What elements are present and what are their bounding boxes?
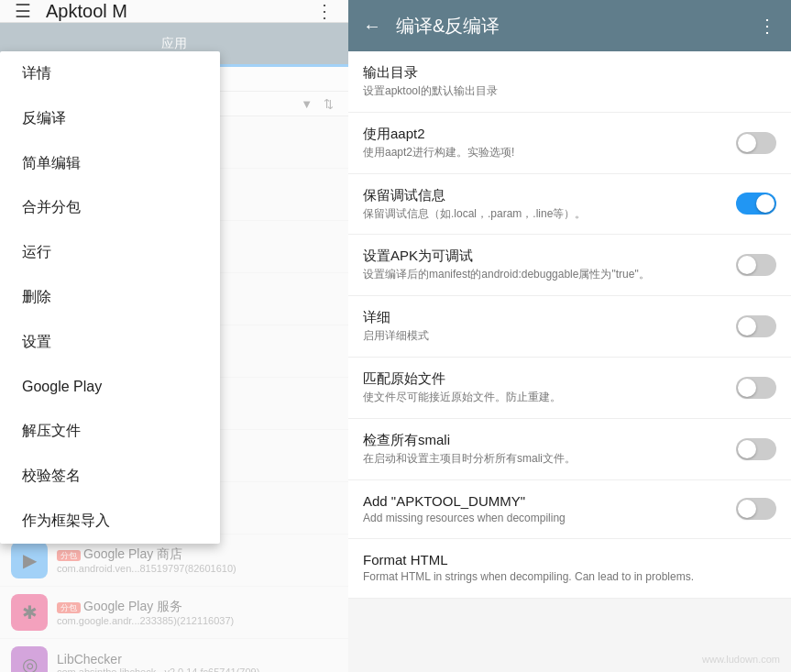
settings-item-subtitle: Format HTML in strings when decompiling.…: [363, 569, 776, 585]
list-item-libchecker[interactable]: ◎ LibChecker com.absinthe.libcheck...v2.…: [0, 639, 348, 672]
settings-item-verbose: 详细 启用详细模式: [348, 296, 791, 358]
dropdown-item-1[interactable]: 反编译: [0, 96, 220, 141]
badge: 分包: [57, 602, 81, 613]
toggle-debuggable[interactable]: [736, 254, 776, 276]
settings-item-title: Format HTML: [363, 552, 776, 567]
dropdown-item-10[interactable]: 作为框架导入: [0, 499, 220, 544]
settings-item-text: 设置APK为可调试 设置编译后的manifest的android:debugga…: [363, 248, 736, 282]
list-item-google-play-services[interactable]: ✱ 分包Google Play 服务 com.google.andr...233…: [0, 587, 348, 639]
dropdown-item-3[interactable]: 合并分包: [0, 185, 220, 230]
settings-item-title: 使用aapt2: [363, 126, 736, 143]
right-more-button[interactable]: ⋮: [758, 15, 776, 37]
app-name: 分包Google Play 商店: [57, 546, 337, 563]
settings-item-title: 保留调试信息: [363, 187, 736, 204]
settings-item-debuggable: 设置APK为可调试 设置编译后的manifest的android:debugga…: [348, 235, 791, 296]
toggle-knob: [738, 500, 756, 518]
settings-item-subtitle: 设置编译后的manifest的android:debuggable属性为"tru…: [363, 267, 736, 282]
settings-item-text: 输出目录 设置apktool的默认输出目录: [363, 64, 776, 99]
toggle-knob: [738, 256, 756, 274]
settings-item-text: 检查所有smali 在启动和设置主项目时分析所有smali文件。: [363, 432, 736, 467]
left-more-button[interactable]: ⋮: [315, 0, 334, 22]
app-package: com.google.andr...233385)(212116037): [57, 615, 337, 626]
settings-item-apktool-dummy: Add "APKTOOL_DUMMY" Add missing resource…: [348, 480, 791, 540]
toggle-knob: [756, 194, 775, 213]
hamburger-icon[interactable]: ☰: [15, 0, 31, 22]
app-name: LibChecker: [57, 652, 337, 666]
dropdown-item-7[interactable]: Google Play: [0, 365, 220, 410]
settings-list: 输出目录 设置apktool的默认输出目录 使用aapt2 使用aapt2进行构…: [348, 51, 791, 672]
toggle-aapt2[interactable]: [736, 132, 776, 154]
settings-item-subtitle: 在启动和设置主项目时分析所有smali文件。: [363, 451, 736, 467]
settings-item-title: 详细: [363, 309, 736, 326]
settings-item-output-dir: 输出目录 设置apktool的默认输出目录: [348, 51, 791, 113]
toggle-verbose[interactable]: [736, 315, 776, 337]
settings-item-subtitle: 设置apktool的默认输出目录: [363, 83, 776, 99]
toggle-knob: [738, 317, 756, 336]
app-info: 分包Google Play 商店 com.android.ven...81519…: [57, 546, 337, 574]
dropdown-item-4[interactable]: 运行: [0, 230, 220, 275]
toggle-apktool-dummy[interactable]: [736, 498, 776, 520]
google-play-services-icon: ✱: [11, 594, 48, 631]
settings-item-subtitle: 保留调试信息（如.local，.param，.line等）。: [363, 206, 736, 222]
app-info: 分包Google Play 服务 com.google.andr...23338…: [57, 599, 337, 626]
settings-item-format-html: Format HTML Format HTML in strings when …: [348, 539, 791, 599]
settings-item-title: 输出目录: [363, 64, 776, 82]
settings-item-subtitle: 启用详细模式: [363, 328, 736, 344]
right-panel: ← 编译&反编译 ⋮ 输出目录 设置apktool的默认输出目录 使用aapt2…: [348, 0, 791, 672]
settings-item-text: 详细 启用详细模式: [363, 309, 736, 344]
right-header: ← 编译&反编译 ⋮: [348, 0, 791, 51]
settings-item-text: Add "APKTOOL_DUMMY" Add missing resource…: [363, 493, 736, 526]
dropdown-item-8[interactable]: 解压文件: [0, 409, 220, 454]
filter-icons: ▼ ⇅: [301, 97, 334, 111]
toggle-knob: [738, 440, 756, 458]
toggle-match-original[interactable]: [736, 377, 776, 399]
filter-dropdown-icon[interactable]: ▼: [301, 97, 313, 111]
settings-item-title: 匹配原始文件: [363, 370, 736, 388]
settings-item-text: 使用aapt2 使用aapt2进行构建。实验选项!: [363, 126, 736, 160]
left-panel: ☰ Apktool M ⋮ 详情反编译简单编辑合并分包运行删除设置Google …: [0, 0, 348, 672]
settings-item-title: 设置APK为可调试: [363, 248, 736, 265]
settings-item-text: 匹配原始文件 使文件尽可能接近原始文件。防止重建。: [363, 370, 736, 405]
settings-item-text: Format HTML Format HTML in strings when …: [363, 552, 776, 585]
settings-item-title: Add "APKTOOL_DUMMY": [363, 493, 736, 509]
toggle-check-smali[interactable]: [736, 438, 776, 460]
app-name: 分包Google Play 服务: [57, 599, 337, 615]
left-header: ☰ Apktool M ⋮: [0, 0, 348, 23]
toggle-keep-debug[interactable]: [736, 193, 776, 215]
settings-item-check-smali: 检查所有smali 在启动和设置主项目时分析所有smali文件。: [348, 419, 791, 480]
dropdown-item-6[interactable]: 设置: [0, 320, 220, 365]
app-package: com.android.ven...81519797(82601610): [57, 563, 337, 574]
settings-item-match-original: 匹配原始文件 使文件尽可能接近原始文件。防止重建。: [348, 358, 791, 419]
app-package: com.absinthe.libcheck...v2.0.14.fc65741(…: [57, 666, 337, 672]
dropdown-item-0[interactable]: 详情: [0, 51, 220, 96]
dropdown-item-5[interactable]: 删除: [0, 275, 220, 320]
libchecker-icon: ◎: [11, 646, 48, 672]
toggle-knob: [738, 134, 756, 152]
back-button[interactable]: ←: [363, 16, 381, 37]
google-play-store-icon: ▶: [11, 542, 48, 578]
badge: 分包: [57, 550, 81, 561]
settings-item-aapt2: 使用aapt2 使用aapt2进行构建。实验选项!: [348, 113, 791, 174]
settings-item-keep-debug: 保留调试信息 保留调试信息（如.local，.param，.line等）。: [348, 174, 791, 236]
app-title: Apktool M: [46, 1, 301, 22]
settings-item-subtitle: 使文件尽可能接近原始文件。防止重建。: [363, 390, 736, 405]
dropdown-item-2[interactable]: 简单编辑: [0, 141, 220, 186]
settings-item-text: 保留调试信息 保留调试信息（如.local，.param，.line等）。: [363, 187, 736, 222]
right-title: 编译&反编译: [396, 14, 743, 39]
settings-item-subtitle: 使用aapt2进行构建。实验选项!: [363, 145, 736, 160]
dropdown-menu: 详情反编译简单编辑合并分包运行删除设置Google Play解压文件校验签名作为…: [0, 51, 220, 544]
toggle-knob: [738, 379, 756, 397]
settings-item-subtitle: Add missing resources when decompiling: [363, 511, 736, 526]
app-info: LibChecker com.absinthe.libcheck...v2.0.…: [57, 652, 337, 672]
sort-icon[interactable]: ⇅: [324, 97, 334, 111]
dropdown-item-9[interactable]: 校验签名: [0, 454, 220, 499]
settings-item-title: 检查所有smali: [363, 432, 736, 449]
